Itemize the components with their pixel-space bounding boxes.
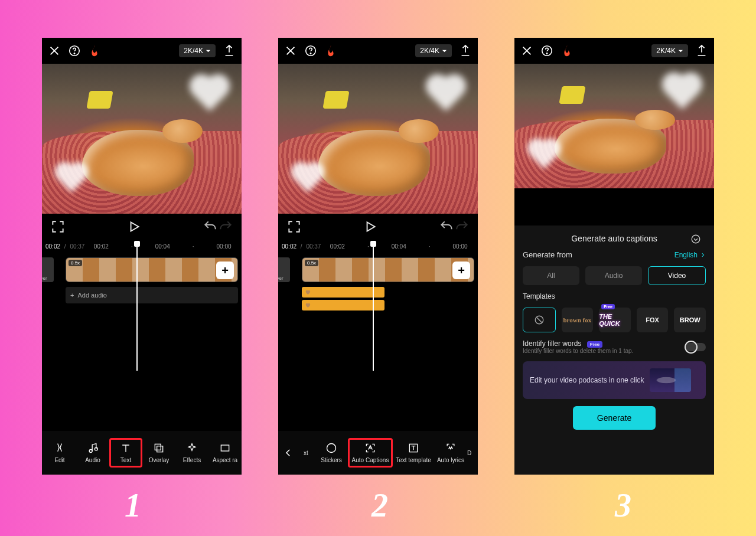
cover-thumbnail[interactable]: ver — [42, 257, 54, 282]
close-icon[interactable] — [520, 44, 533, 57]
undo-button[interactable] — [439, 219, 454, 234]
topbar: 2K/4K — [514, 38, 714, 64]
step-number-1: 1 — [33, 486, 233, 524]
topbar: 2K/4K — [278, 38, 478, 64]
topbar: 2K/4K — [42, 38, 242, 64]
export-icon[interactable] — [459, 44, 472, 57]
templates-row: brown fox Free THE QUICK FOX BROW — [523, 308, 706, 332]
fullscreen-icon[interactable] — [286, 219, 302, 234]
tool-text-partial[interactable]: xt — [297, 450, 315, 456]
heart-overlay-icon — [659, 74, 706, 116]
tool-text[interactable]: Text — [109, 438, 142, 468]
help-icon[interactable] — [68, 44, 81, 57]
quality-label: 2K/4K — [184, 47, 203, 55]
streak-icon[interactable] — [561, 44, 573, 57]
video-clip[interactable]: 0.5x + — [66, 257, 238, 282]
video-preview[interactable] — [514, 64, 714, 188]
tool-stickers[interactable]: Stickers — [315, 442, 348, 463]
export-icon[interactable] — [223, 44, 236, 57]
add-clip-button[interactable]: + — [452, 262, 470, 279]
template-fox[interactable]: FOX — [637, 308, 669, 332]
playhead[interactable] — [136, 244, 138, 371]
effect-track-1[interactable] — [302, 287, 384, 298]
streak-icon[interactable] — [88, 44, 101, 57]
timeline[interactable]: ver 0.5x + +Add audio — [42, 253, 242, 377]
generate-button[interactable]: Generate — [573, 406, 656, 430]
tool-audio[interactable]: Audio — [76, 442, 109, 463]
seg-all[interactable]: All — [523, 266, 579, 285]
seg-video[interactable]: Video — [648, 266, 706, 285]
seg-audio[interactable]: Audio — [585, 266, 642, 285]
heart-overlay-icon — [422, 76, 470, 118]
source-segmented-control: All Audio Video — [523, 266, 706, 285]
language-selector[interactable]: English — [674, 251, 706, 259]
redo-button — [218, 219, 233, 234]
play-button[interactable] — [363, 219, 378, 234]
video-clip[interactable]: 0.5x + — [302, 257, 474, 282]
quality-selector[interactable]: 2K/4K — [179, 44, 216, 57]
timeline[interactable]: ver 0.5x + — [278, 253, 478, 377]
undo-button[interactable] — [203, 219, 218, 234]
phone-step-1: 2K/4K 00:02 / 00:37 00:02 · — [42, 38, 242, 475]
svg-point-12 — [546, 53, 547, 54]
tool-aspect-ratio[interactable]: Aspect ra — [208, 442, 242, 463]
sheet-title: Generate auto captions — [571, 234, 657, 243]
close-icon[interactable] — [284, 44, 297, 57]
transport-controls — [278, 214, 478, 240]
tool-draw-partial[interactable]: D — [467, 450, 478, 456]
help-icon[interactable] — [304, 44, 317, 57]
svg-point-8 — [310, 53, 311, 54]
promo-text: Edit your video podcasts in one click — [530, 376, 644, 384]
time-ruler[interactable]: 00:02 / 00:37 00:02 · 00:04 · 00:00 — [42, 240, 242, 253]
toolbar-back-button[interactable] — [279, 447, 297, 458]
export-icon[interactable] — [695, 44, 708, 57]
time-total: 00:37 — [70, 243, 84, 250]
template-brownfox[interactable]: brown fox — [562, 308, 594, 332]
svg-point-13 — [692, 235, 700, 243]
svg-point-2 — [89, 450, 92, 453]
quality-selector[interactable]: 2K/4K — [415, 44, 452, 57]
add-audio-track[interactable]: +Add audio — [66, 287, 238, 303]
svg-rect-4 — [155, 444, 161, 450]
quality-selector[interactable]: 2K/4K — [651, 44, 688, 57]
cover-thumbnail[interactable]: ver — [278, 257, 290, 282]
fullscreen-icon[interactable] — [50, 219, 66, 234]
tool-overlay[interactable]: Overlay — [142, 442, 175, 463]
bottom-toolbar: Edit Audio Text Overlay Effects Aspect r… — [42, 431, 242, 475]
add-clip-button[interactable]: + — [216, 262, 234, 279]
playhead[interactable] — [373, 244, 374, 371]
effect-track-2[interactable] — [302, 300, 384, 311]
filler-sub-label: Identify filler words to delete them in … — [523, 348, 633, 354]
tool-edit[interactable]: Edit — [43, 442, 76, 463]
template-brow[interactable]: BROW — [674, 308, 706, 332]
time-current: 00:02 — [45, 243, 60, 250]
sheet-collapse-button[interactable] — [690, 234, 701, 244]
tool-auto-captions[interactable]: Auto Captions — [348, 438, 393, 468]
play-button[interactable] — [126, 219, 142, 234]
template-none[interactable] — [523, 308, 556, 332]
close-icon[interactable] — [48, 44, 61, 57]
step-number-3: 3 — [523, 486, 723, 524]
ruler-tick: 00:02 — [87, 243, 115, 250]
time-ruler[interactable]: 00:02 / 00:37 00:02· 00:04· 00:00 — [278, 240, 478, 253]
ruler-tick: 00:02 — [323, 243, 351, 250]
svg-rect-6 — [221, 445, 229, 451]
video-preview[interactable] — [42, 64, 242, 214]
tool-effects[interactable]: Effects — [175, 442, 208, 463]
clip-speed-badge: 0.5x — [305, 260, 318, 266]
ruler-tick: 00:04 — [148, 243, 177, 250]
phone-step-3: 2K/4K Generate auto captions Generate fr… — [514, 38, 714, 475]
template-thequick[interactable]: Free THE QUICK — [599, 308, 631, 332]
ruler-tick: 00:00 — [210, 243, 238, 250]
video-preview[interactable] — [278, 64, 478, 214]
streak-icon[interactable] — [324, 44, 337, 57]
tool-auto-lyrics[interactable]: Auto lyrics — [434, 442, 467, 463]
bottom-toolbar: xt Stickers Auto Captions Text template … — [278, 431, 478, 475]
help-icon[interactable] — [540, 44, 553, 57]
free-badge: Free — [587, 341, 602, 348]
heart-overlay-icon — [186, 76, 233, 118]
filler-toggle[interactable] — [686, 343, 706, 351]
filler-label: Identify filler words — [523, 339, 581, 348]
promo-banner[interactable]: Edit your video podcasts in one click — [523, 361, 706, 399]
tool-text-template[interactable]: Text template — [393, 442, 434, 463]
